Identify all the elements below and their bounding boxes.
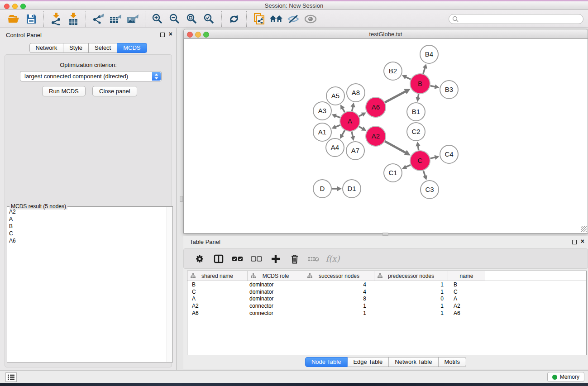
save-session-button[interactable] [23,11,40,27]
export-network-button[interactable] [90,11,107,27]
table-cell[interactable]: dominator [248,289,304,295]
table-cell[interactable]: 1 [374,310,448,316]
result-item[interactable]: C [7,230,166,237]
tab-network[interactable]: Network [29,43,63,53]
table-cell[interactable]: 4 [304,281,374,288]
add-column-button[interactable] [268,251,283,267]
result-item[interactable]: A [7,215,166,223]
toolbar-separator [221,11,222,27]
hide-elements-button[interactable] [285,11,302,27]
float-panel-icon[interactable] [160,33,165,37]
column-header-successor-nodes[interactable]: successor nodes [304,271,374,281]
table-row[interactable]: A6connector11A6 [187,310,586,317]
table-cell[interactable]: A6 [187,310,248,316]
table-row[interactable]: Adominator80A [187,295,586,303]
zoom-selected-button[interactable] [201,11,218,27]
table-cell[interactable]: B [187,281,248,288]
checked-boxes-icon [232,256,244,262]
close-table-panel-icon[interactable]: × [581,238,584,244]
column-label: MCDS role [263,273,289,279]
export-image-button[interactable] [124,11,141,27]
result-item[interactable]: B [7,223,166,230]
table-cell[interactable]: A2 [187,303,248,309]
network-vertical-scrollbar[interactable] [180,196,183,202]
import-network-button[interactable] [48,11,65,27]
search-input[interactable] [449,14,583,24]
memory-button[interactable]: Memory [547,372,584,382]
network-document-button[interactable] [250,11,268,27]
memory-status-icon [552,375,557,380]
column-header-name[interactable]: name [448,271,485,281]
network-canvas[interactable]: AA6A2BCA1A3A4A5A7A8B1B2B3B4C1C2C3C4DD1 [183,39,588,234]
task-history-button[interactable] [5,372,17,382]
close-panel-button[interactable]: Close panel [92,86,137,96]
function-builder-button[interactable]: f(x) [325,251,340,267]
desktop-background-strip [0,383,588,386]
column-label: name [459,273,473,279]
table-cell[interactable]: connector [248,310,304,316]
column-header-predecessor-nodes[interactable]: predecessor nodes [374,271,448,281]
show-elements-button[interactable] [302,11,319,27]
table-cell[interactable]: dominator [248,281,304,288]
tab-style[interactable]: Style [63,43,89,53]
show-columns-button[interactable] [211,251,226,267]
home-button[interactable] [268,11,285,27]
tab-mcds[interactable]: MCDS [117,43,147,53]
delete-table-button[interactable] [306,251,321,267]
toolbar-separator [246,11,247,27]
table-cell[interactable]: 1 [374,289,448,295]
table-cell[interactable]: C [448,289,485,295]
select-all-button[interactable] [230,251,245,267]
tab-select[interactable]: Select [89,43,117,53]
table-cell[interactable]: 1 [304,303,374,309]
result-item[interactable]: A6 [7,237,166,244]
table-cell[interactable]: B [448,281,485,288]
table-cell[interactable]: 8 [304,295,374,302]
result-item[interactable]: A2 [7,208,166,215]
table-cell[interactable]: A [187,295,248,302]
table-cell[interactable]: 1 [374,303,448,309]
tab-motifs[interactable]: Motifs [438,357,466,367]
table-cell[interactable]: 4 [304,289,374,295]
column-header-shared-name[interactable]: shared name [187,271,248,281]
table-cell[interactable]: 1 [304,310,374,316]
tab-edge-table[interactable]: Edge Table [347,357,389,367]
table-row[interactable]: A2connector11A2 [187,302,586,310]
zoom-out-button[interactable] [166,11,183,27]
column-header-MCDS-role[interactable]: MCDS role [248,271,304,281]
table-cell[interactable]: connector [248,303,304,309]
table-cell[interactable]: C [187,289,248,295]
network-window-titlebar[interactable]: testGlobe.txt [183,29,588,39]
network-horizontal-scrollbar[interactable] [382,233,388,236]
table-cell[interactable]: A [448,295,485,302]
eye-slash-icon [287,14,300,24]
zoom-fit-button[interactable] [183,11,201,27]
table-row[interactable]: Cdominator41C [187,288,586,295]
table-cell[interactable]: dominator [248,295,304,302]
resize-grip[interactable] [581,226,587,232]
node-label-D1: D1 [347,185,356,192]
deselect-all-button[interactable] [249,251,264,267]
table-cell[interactable]: A6 [448,310,485,316]
table-cell[interactable]: 0 [374,295,448,302]
close-panel-icon[interactable]: × [169,31,172,37]
zoom-in-button[interactable] [149,11,166,27]
node-label-A1: A1 [318,128,326,136]
table-cell[interactable]: A2 [448,303,485,309]
node-label-A7: A7 [351,147,359,154]
refresh-layout-button[interactable] [225,11,243,27]
tab-node-table[interactable]: Node Table [305,357,348,367]
edge-C-C3 [423,171,425,177]
tab-network-table[interactable]: Network Table [389,357,438,367]
table-row[interactable]: Bdominator41B [187,281,586,288]
table-cell[interactable]: 1 [374,281,448,288]
export-table-button[interactable] [107,11,124,27]
float-table-panel-icon[interactable] [572,240,577,244]
import-table-button[interactable] [65,11,82,27]
delete-column-button[interactable] [287,251,302,267]
run-mcds-button[interactable]: Run MCDS [42,86,86,96]
result-scrollbar[interactable] [167,207,172,362]
criterion-select[interactable]: largest connected component (directed) [20,71,162,81]
table-settings-button[interactable] [192,251,207,267]
open-session-button[interactable] [5,11,23,27]
